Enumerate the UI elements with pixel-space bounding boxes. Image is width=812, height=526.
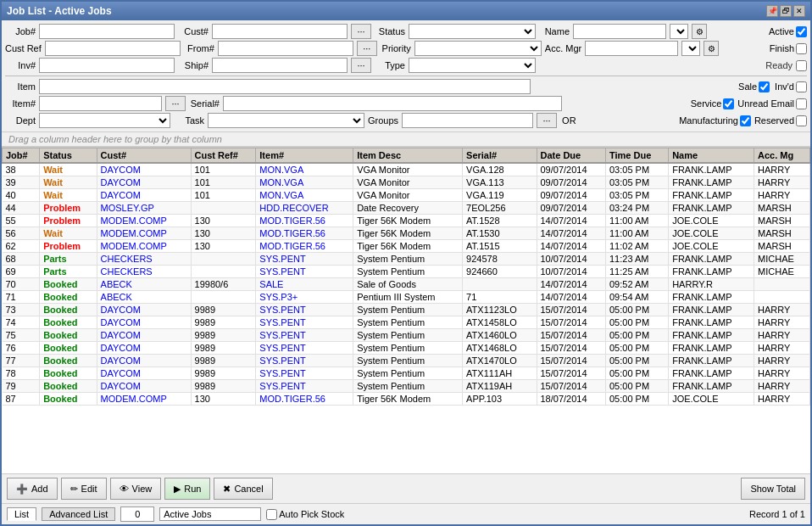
service-checkbox[interactable] [723, 98, 734, 109]
table-row[interactable]: 73 Booked DAYCOM 9989 SYS.PENT System Pe… [3, 304, 810, 316]
accmgr-input[interactable] [585, 41, 678, 56]
groups-input[interactable] [402, 113, 533, 128]
col-time[interactable]: Time Due [606, 148, 669, 164]
col-desc[interactable]: Item Desc [353, 148, 463, 164]
task-select[interactable] [208, 113, 364, 128]
col-job[interactable]: Job# [3, 148, 40, 164]
edit-button[interactable]: ✏ Edit [61, 478, 107, 500]
serial-input[interactable] [223, 96, 562, 111]
accmgr-cog-button[interactable]: ⚙ [704, 41, 719, 56]
table-row[interactable]: 56 Wait MODEM.COMP 130 MOD.TIGER.56 Tige… [3, 227, 810, 240]
status-select[interactable] [409, 24, 536, 39]
item-dots-button[interactable]: ··· [165, 96, 186, 111]
cell-desc: System Pentium [353, 253, 463, 266]
table-row[interactable]: 40 Wait DAYCOM 101 MON.VGA VGA Monitor V… [3, 189, 810, 202]
cell-time: 11:23 AM [606, 253, 669, 266]
ship-input[interactable] [212, 58, 348, 73]
table-row[interactable]: 39 Wait DAYCOM 101 MON.VGA VGA Monitor V… [3, 176, 810, 189]
cell-custref [191, 202, 256, 215]
unread-email-checkbox[interactable] [796, 98, 807, 109]
cell-date: 10/07/2014 [537, 266, 606, 278]
name-cog-button[interactable]: ⚙ [692, 24, 707, 39]
auto-pick-checkbox[interactable] [266, 509, 277, 520]
table-row[interactable]: 62 Problem MODEM.COMP 130 MOD.TIGER.56 T… [3, 240, 810, 253]
cell-custref [191, 266, 256, 278]
cell-custref [191, 291, 256, 304]
cell-job: 77 [3, 355, 40, 367]
groups-dots-button[interactable]: ··· [537, 113, 557, 128]
priority-select[interactable] [414, 41, 542, 56]
table-row[interactable]: 76 Booked DAYCOM 9989 SYS.PENT System Pe… [3, 342, 810, 355]
col-date[interactable]: Date Due [537, 148, 606, 164]
table-row[interactable]: 70 Booked ABECK 19980/6 SALE Sale of Goo… [3, 278, 810, 291]
sale-checkbox[interactable] [759, 81, 770, 92]
custref-input[interactable] [45, 41, 181, 56]
table-row[interactable]: 55 Problem MODEM.COMP 130 MOD.TIGER.56 T… [3, 215, 810, 227]
cell-cust: MODEM.COMP [97, 240, 191, 253]
cell-time: 05:00 PM [606, 380, 669, 393]
name-select[interactable] [670, 24, 688, 39]
table-row[interactable]: 74 Booked DAYCOM 9989 SYS.PENT System Pe… [3, 316, 810, 329]
number-input[interactable] [120, 506, 154, 522]
accmgr-select[interactable] [681, 41, 700, 56]
inv-input[interactable] [39, 58, 175, 73]
ship-dots-button[interactable]: ··· [351, 58, 371, 73]
col-accmg[interactable]: Acc. Mg [754, 148, 810, 164]
cust-dots-button[interactable]: ··· [351, 24, 371, 39]
table-row[interactable]: 38 Wait DAYCOM 101 MON.VGA VGA Monitor V… [3, 163, 810, 176]
invd-checkbox[interactable] [796, 81, 807, 92]
table-row[interactable]: 44 Problem MOSLEY.GP HDD.RECOVER Date Re… [3, 202, 810, 215]
cell-accmg: HARRY [754, 342, 810, 355]
dept-select[interactable] [39, 113, 170, 128]
cell-item: MON.VGA [256, 176, 353, 189]
active-checkbox[interactable] [796, 26, 807, 37]
table-row[interactable]: 79 Booked DAYCOM 9989 SYS.PENT System Pe… [3, 380, 810, 393]
col-serial[interactable]: Serial# [463, 148, 537, 164]
ready-checkbox[interactable] [796, 60, 807, 71]
table-container[interactable]: Job# Status Cust# Cust Ref# Item# Item D… [2, 147, 810, 473]
cell-custref: 19980/6 [191, 278, 256, 291]
close-button[interactable]: ✕ [793, 5, 805, 17]
view-button[interactable]: 👁 View [110, 478, 162, 500]
pin-button[interactable]: 📌 [766, 5, 778, 17]
col-custref[interactable]: Cust Ref# [191, 148, 256, 164]
active-jobs-input[interactable] [159, 507, 261, 521]
table-row[interactable]: 71 Booked ABECK SYS.P3+ Pentium III Syst… [3, 291, 810, 304]
type-select[interactable] [409, 58, 536, 73]
cell-date: 15/07/2014 [537, 380, 606, 393]
add-button[interactable]: ➕ Add [7, 478, 58, 500]
col-cust[interactable]: Cust# [97, 148, 191, 164]
show-total-button[interactable]: Show Total [741, 478, 805, 500]
cancel-button[interactable]: ✖ Cancel [214, 478, 272, 500]
table-row[interactable]: 68 Parts CHECKERS SYS.PENT System Pentiu… [3, 253, 810, 266]
item-hash-input[interactable] [39, 96, 162, 111]
finish-checkbox[interactable] [796, 43, 807, 54]
item-search-input[interactable] [39, 79, 531, 94]
from-input[interactable] [218, 41, 353, 56]
reserved-checkbox[interactable] [796, 115, 807, 126]
cell-job: 38 [3, 163, 40, 176]
name-input[interactable] [573, 24, 666, 39]
manufacturing-checkbox[interactable] [740, 115, 751, 126]
table-row[interactable]: 78 Booked DAYCOM 9989 SYS.PENT System Pe… [3, 367, 810, 380]
advanced-list-tab[interactable]: Advanced List [42, 507, 115, 521]
cell-date: 14/07/2014 [537, 278, 606, 291]
restore-button[interactable]: 🗗 [780, 5, 792, 17]
col-name[interactable]: Name [669, 148, 754, 164]
table-row[interactable]: 77 Booked DAYCOM 9989 SYS.PENT System Pe… [3, 355, 810, 367]
list-tab[interactable]: List [7, 507, 36, 521]
job-input[interactable] [39, 24, 175, 39]
cell-custref: 130 [191, 393, 256, 406]
cell-accmg: MICHAE [754, 266, 810, 278]
cell-status: Parts [40, 253, 97, 266]
col-item[interactable]: Item# [256, 148, 353, 164]
from-dots-button[interactable]: ··· [357, 41, 377, 56]
cell-item: SYS.PENT [256, 304, 353, 316]
run-button[interactable]: ▶ Run [164, 478, 210, 500]
table-row[interactable]: 87 Booked MODEM.COMP 130 MOD.TIGER.56 Ti… [3, 393, 810, 406]
cell-time: 11:00 AM [606, 215, 669, 227]
col-status[interactable]: Status [40, 148, 97, 164]
table-row[interactable]: 69 Parts CHECKERS SYS.PENT System Pentiu… [3, 266, 810, 278]
table-row[interactable]: 75 Booked DAYCOM 9989 SYS.PENT System Pe… [3, 329, 810, 342]
cust-input[interactable] [212, 24, 348, 39]
